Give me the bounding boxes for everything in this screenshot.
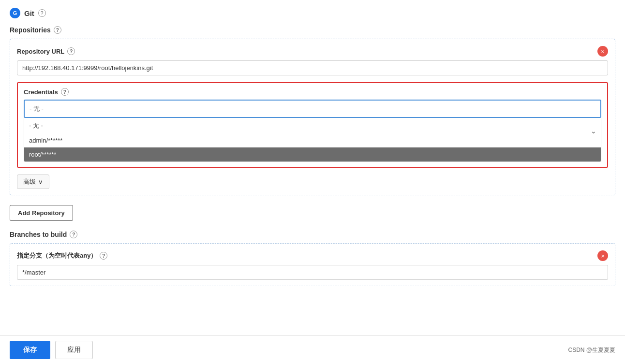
- dropdown-item-admin[interactable]: admin/******: [24, 133, 601, 147]
- advanced-button[interactable]: 高级 ∨: [17, 175, 49, 189]
- git-label: Git: [24, 9, 34, 17]
- branch-label: 指定分支（为空时代表any）: [17, 251, 97, 260]
- credentials-box: Credentials ? - 无 - ⌄ - 无 - admin/******…: [17, 82, 608, 168]
- git-header: G Git ?: [0, 0, 625, 22]
- repo-url-input[interactable]: [17, 60, 608, 75]
- dropdown-item-root[interactable]: root/******: [24, 147, 601, 161]
- remove-branch-button[interactable]: ×: [597, 250, 608, 261]
- footer-bar: 保存 应用 CSDN @生夏夏夏: [0, 335, 625, 364]
- repo-url-label: Repository URL ?: [17, 47, 75, 55]
- repositories-label-text: Repositories: [10, 26, 51, 34]
- credentials-help-icon[interactable]: ?: [61, 88, 69, 96]
- git-icon: G: [10, 8, 20, 18]
- branches-label-text: Branches to build: [10, 231, 67, 238]
- advanced-chevron-icon: ∨: [38, 178, 43, 186]
- save-button[interactable]: 保存: [10, 341, 50, 359]
- repo-url-label-text: Repository URL: [17, 48, 64, 55]
- repositories-section-label: Repositories ?: [0, 22, 625, 37]
- footer-brand: CSDN @生夏夏夏: [568, 346, 615, 354]
- branches-help-icon[interactable]: ?: [70, 231, 77, 238]
- repository-dashed-box: Repository URL ? × Credentials ? - 无 - ⌄…: [10, 39, 615, 195]
- branch-input[interactable]: [17, 265, 608, 280]
- remove-repo-button[interactable]: ×: [597, 46, 608, 57]
- footer-actions: 保存 应用: [10, 341, 93, 359]
- branch-label-text: 指定分支（为空时代表any） ?: [17, 251, 107, 260]
- repo-url-help-icon[interactable]: ?: [67, 47, 75, 55]
- apply-button[interactable]: 应用: [55, 341, 93, 359]
- credentials-label: Credentials ?: [24, 88, 601, 96]
- repo-url-header: Repository URL ? ×: [17, 46, 608, 57]
- add-repository-button[interactable]: Add Repository: [10, 205, 73, 221]
- branch-help-icon[interactable]: ?: [100, 252, 107, 260]
- branches-dashed-box: 指定分支（为空时代表any） ? ×: [10, 243, 615, 286]
- credentials-select-wrapper: - 无 - ⌄ - 无 - admin/****** root/******: [24, 100, 601, 162]
- credentials-dropdown: - 无 - admin/****** root/******: [24, 118, 601, 162]
- credentials-select-display[interactable]: - 无 -: [24, 100, 601, 118]
- credentials-label-text: Credentials: [24, 88, 58, 96]
- branches-section-label: Branches to build ?: [0, 229, 625, 241]
- git-help-icon[interactable]: ?: [38, 9, 46, 17]
- branch-header: 指定分支（为空时代表any） ? ×: [17, 250, 608, 261]
- advanced-button-label: 高级: [23, 177, 36, 186]
- repositories-help-icon[interactable]: ?: [54, 26, 61, 34]
- dropdown-item-none[interactable]: - 无 -: [24, 118, 601, 133]
